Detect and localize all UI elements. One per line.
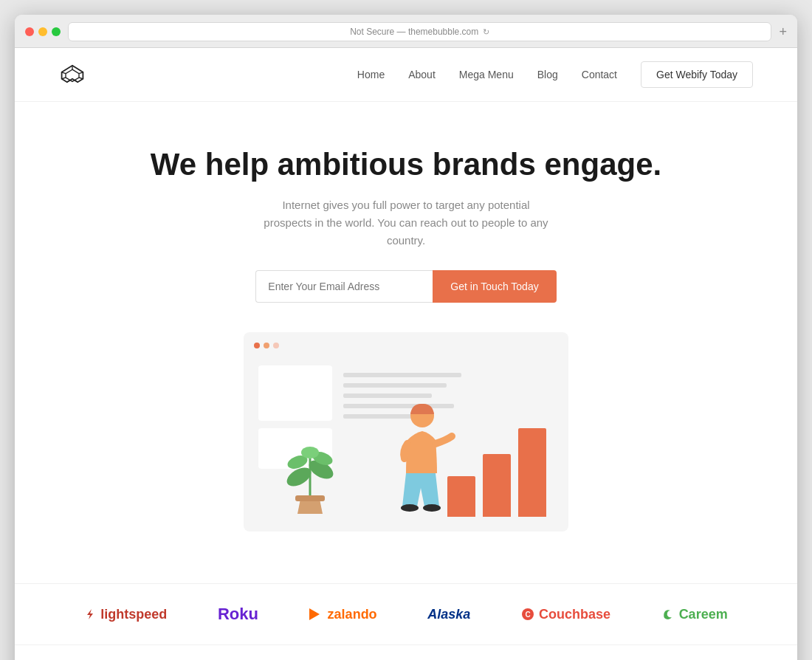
- cta-button[interactable]: Get in Touch Today: [433, 270, 556, 303]
- svg-point-15: [301, 447, 319, 458]
- good-hands-section: You're in good hands Fitst see how your …: [15, 645, 797, 660]
- email-form: Get in Touch Today: [30, 270, 782, 303]
- illu-dot-orange: [264, 343, 269, 348]
- illu-line-3: [343, 393, 432, 398]
- illu-line-1: [343, 373, 461, 377]
- nav-mega-menu[interactable]: Mega Menu: [459, 69, 514, 80]
- svg-text:C: C: [525, 611, 530, 619]
- traffic-lights: [25, 27, 61, 36]
- new-tab-button[interactable]: +: [779, 25, 787, 38]
- svg-point-17: [401, 504, 419, 512]
- zalando-triangle-icon: [309, 608, 320, 620]
- nav-blog[interactable]: Blog: [537, 69, 558, 80]
- couchbase-icon: C: [521, 608, 534, 621]
- maximize-button[interactable]: [52, 27, 61, 36]
- illustration-container: [244, 332, 568, 532]
- reload-icon[interactable]: ↻: [483, 27, 489, 37]
- hero-subtitle: Internet gives you full power to target …: [258, 196, 554, 250]
- minimize-button[interactable]: [38, 27, 47, 36]
- person-figure: [384, 399, 458, 520]
- plant-figure: [284, 436, 336, 520]
- email-input[interactable]: [255, 270, 433, 303]
- illustration-dots: [254, 343, 279, 348]
- address-text: Not Secure — themebubble.com: [350, 27, 478, 37]
- logo-couchbase: C Couchbase: [521, 607, 610, 622]
- hero-section: We help ambitious brands engage. Interne…: [15, 102, 797, 561]
- page-content: Home About Mega Menu Blog Contact Get We…: [15, 48, 797, 660]
- nav-contact[interactable]: Contact: [582, 69, 617, 80]
- hero-title: We help ambitious brands engage.: [30, 146, 782, 183]
- svg-rect-9: [295, 495, 325, 501]
- logos-section: lightspeed Roku zalando Alaska C Cou: [15, 583, 797, 645]
- logo-roku: Roku: [218, 605, 258, 624]
- close-button[interactable]: [25, 27, 34, 36]
- browser-chrome: Not Secure — themebubble.com ↻ +: [15, 15, 797, 48]
- nav-links: Home About Mega Menu Blog Contact Get We…: [357, 61, 753, 88]
- svg-marker-1: [66, 69, 79, 81]
- bar-2: [483, 454, 511, 517]
- careem-icon: [661, 608, 675, 621]
- logo-zalando: zalando: [309, 607, 377, 622]
- illu-line-2: [343, 383, 447, 388]
- lightspeed-icon: [84, 608, 96, 620]
- navbar: Home About Mega Menu Blog Contact Get We…: [15, 48, 797, 102]
- hero-illustration: [30, 332, 782, 532]
- nav-about[interactable]: About: [408, 69, 436, 80]
- logo-careem: Careem: [661, 607, 728, 622]
- bar-3: [518, 428, 546, 517]
- bar-chart: [447, 428, 546, 517]
- nav-home[interactable]: Home: [357, 69, 385, 80]
- illu-dot-red: [254, 343, 260, 348]
- logo-alaska: Alaska: [427, 607, 470, 622]
- address-bar[interactable]: Not Secure — themebubble.com ↻: [68, 22, 771, 41]
- illu-dot-pink: [273, 343, 279, 348]
- svg-point-18: [423, 504, 441, 512]
- browser-window: Not Secure — themebubble.com ↻ +: [15, 15, 797, 660]
- logo-lightspeed: lightspeed: [84, 607, 167, 622]
- logo[interactable]: [59, 64, 86, 85]
- illustration-block-1: [258, 365, 332, 421]
- nav-cta-button[interactable]: Get Webify Today: [641, 61, 753, 88]
